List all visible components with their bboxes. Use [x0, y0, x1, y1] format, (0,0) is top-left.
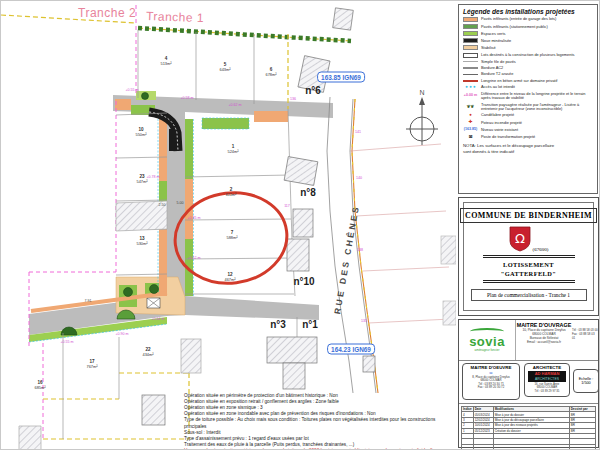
annotation-text: +0.35 m	[187, 216, 200, 220]
legend-panel: Légende des installations projetées Pavé…	[458, 4, 598, 194]
annotation-text: 7.91	[85, 299, 92, 303]
title-block: COMMUNE DE BINDERNHEIM Ω (67600) LOTISSE…	[458, 197, 599, 316]
lot-area: 467m²	[224, 277, 235, 281]
annotation-text: 135	[361, 319, 367, 323]
legend-swatch-icon	[463, 53, 478, 58]
annotation-text: +0.55 m	[125, 88, 138, 92]
legend-swatch-icon	[463, 45, 478, 50]
legend-item: Simple file de pavés	[463, 60, 593, 64]
lot-area: 588m²	[226, 235, 237, 239]
legend-swatch-icon	[463, 67, 478, 68]
architect-box: ARCHITECTE AD HARMAN ARCHITECTES 16, rue…	[524, 363, 570, 397]
annotation-text: 117	[284, 204, 290, 208]
legend-item-label: Bordure T2 arasée	[481, 72, 593, 76]
legend-item-label: Noue minéralisée	[481, 39, 593, 43]
legend-swatch-icon	[463, 31, 478, 36]
legend-swatch-icon	[463, 74, 478, 75]
annotation-text: 138	[357, 248, 363, 252]
sovia-tagline: aménageur foncier	[474, 348, 499, 352]
annotation-text: 140	[356, 176, 362, 180]
lot-label: 22 434m²	[142, 348, 153, 357]
tranche-2-label: Tranche 2	[78, 6, 136, 20]
legend-item-label: Stabilisé	[481, 46, 593, 50]
legend-item: Lots destinés à la construction de plusi…	[463, 53, 593, 58]
legend-item: ✚ Poteau incendie projeté	[463, 120, 593, 125]
legend-item: ● Candélabre projeté	[463, 113, 593, 118]
legend-item: +0.00 m Différence entre le niveau de la…	[463, 92, 593, 100]
house-number: n°6	[305, 85, 321, 96]
legend-item-label: Lots destinés à la construction de plusi…	[481, 53, 593, 57]
legend-swatch-icon: ● ● ●	[463, 85, 478, 90]
compass-n-label: N	[419, 89, 424, 96]
project-name: "GATTERFELD"	[501, 270, 556, 277]
legend-item-label: Poste de transformation projeté	[481, 135, 593, 139]
legend-item-label: Pavés infiltrants (entrée de garage des …	[481, 17, 593, 21]
lot-label: 2 611m²	[226, 188, 237, 197]
legend-item-label: Espaces verts	[481, 32, 593, 36]
lot-label: 1 524m²	[227, 145, 238, 154]
annotation-text: 5.00	[177, 201, 184, 205]
legend-swatch-icon	[463, 38, 478, 43]
legend-swatch-icon: ●	[463, 113, 478, 118]
moa-fax: Fax : 03 88 58 03 01	[572, 332, 598, 340]
legend-swatch-icon	[463, 61, 478, 62]
legend-item: Stabilisé	[463, 45, 593, 50]
lot-area: 513m²	[160, 61, 171, 65]
legend-item: Pavés infiltrants (stationnement public)	[463, 24, 593, 29]
legend-item: Noue minéralisée	[463, 38, 593, 43]
annotation-text: 141	[355, 130, 361, 134]
lot-label: 12 467m²	[224, 273, 235, 282]
legend-item-label: Poteau incendie projeté	[481, 121, 593, 125]
commune-title: COMMUNE DE BINDERNHEIM	[460, 208, 597, 223]
annotation-text: +0.52 m	[187, 256, 200, 260]
moe-address-line: Fax : 03 89 20 30 72	[463, 386, 519, 389]
lot-area: 685m²	[34, 385, 45, 389]
lot-area: 530m²	[136, 241, 147, 245]
lot-label: 17 767m²	[86, 360, 97, 369]
regulatory-notes: Opération située en périmètre de protect…	[184, 393, 456, 450]
legend-item: Pavés infiltrants (entrée de garage des …	[463, 17, 593, 22]
house-number: n°3	[270, 319, 286, 330]
legend-item: ⊠ Poste de transformation projeté	[463, 134, 593, 139]
project-type: LOTISSEMENT	[503, 261, 554, 268]
annotation-text: +0.64 m	[151, 317, 164, 321]
lot-label: 13 530m²	[136, 237, 147, 246]
architect-subtitle: ARCHITECTES	[528, 377, 566, 381]
sovia-logo-text: sovia	[469, 335, 505, 348]
lot-label: 4 513m²	[160, 57, 171, 66]
legend-swatch-icon: (163.85)	[463, 127, 478, 132]
house-number: n°10	[293, 276, 314, 287]
legend-swatch-icon: ⊠	[463, 134, 478, 139]
note-line: Type de toiture possible : Au choix mais…	[184, 417, 456, 429]
legend-title: Légende des installations projetées	[463, 8, 593, 15]
legend-swatch-icon	[463, 17, 478, 22]
legend-item: ❦❦ Transition paysagère réalisée par l'a…	[463, 103, 593, 111]
legend-swatch-icon: ❦❦	[463, 104, 478, 109]
stakeholders-block: sovia aménageur foncier MAITRE D'OUVRAGE…	[458, 319, 599, 448]
moe-box: MAITRE D'OEUVRE ≈ 8, Place du capitaine …	[462, 363, 520, 400]
legend-swatch-icon	[463, 24, 478, 29]
legend-item-label: Longrine en béton armé sur domaine priva…	[481, 79, 593, 83]
plan-sheet: N Tranche 2 Tranche 1 RUE DES CHÊNES 4 5…	[0, 0, 600, 450]
lot-area: 678m²	[265, 72, 276, 76]
legend-item: Bordure T2 arasée	[463, 72, 593, 76]
annotation-text: +0.90 m	[115, 332, 128, 336]
svg-text:Ω: Ω	[515, 231, 525, 246]
existing-buildings	[19, 8, 456, 450]
tranche-1-label: Tranche 1	[146, 9, 205, 25]
postal-code: (67600)	[533, 247, 549, 252]
legend-item-label: Simple file de pavés	[481, 60, 593, 64]
scale-box: Echelle : 1/500	[573, 369, 599, 393]
architect-title: ARCHITECTE	[525, 365, 569, 370]
legend-item-label: Différence entre le niveau de la longrin…	[481, 92, 593, 100]
rev-header-indice: Indice	[462, 407, 474, 412]
north-compass: N	[406, 89, 438, 145]
legend-item: Bordure AC2	[463, 66, 593, 70]
legend-item-label: Pavés infiltrants (stationnement public)	[481, 25, 593, 29]
annotation-text: 136	[290, 97, 296, 101]
annotation-text: +0.55 m	[60, 340, 73, 344]
annotation-text: +0.62 m	[228, 103, 241, 107]
nota-line-2: sont donnés à titre indicatif	[463, 149, 593, 154]
revision-table: Indice Date Modifications Dessiné par 4 …	[461, 406, 596, 450]
lot-area: 434m²	[142, 352, 153, 356]
